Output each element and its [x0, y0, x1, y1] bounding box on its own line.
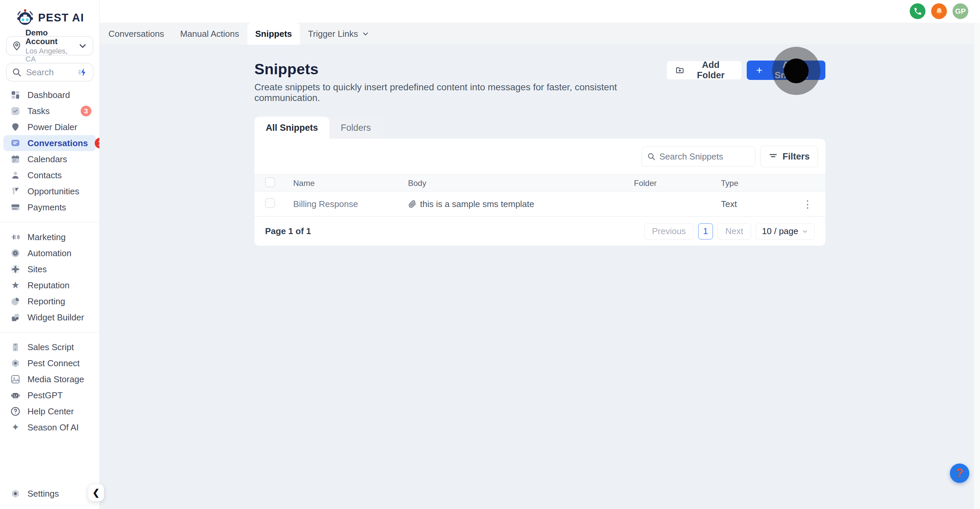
view-tabs: All Snippets Folders	[255, 117, 826, 139]
sidebar-item-marketing[interactable]: Marketing	[0, 229, 99, 245]
sidebar-item-reporting[interactable]: Reporting	[0, 293, 99, 309]
sidebar-search[interactable]: Search	[6, 63, 93, 82]
page-size-select[interactable]: 10 / page	[756, 223, 815, 240]
tab-all-snippets[interactable]: All Snippets	[255, 117, 329, 139]
tab-snippets[interactable]: Snippets	[247, 23, 300, 45]
table-header-row: Name Body Folder Type	[255, 174, 826, 192]
sales-script-icon	[10, 342, 21, 352]
snippet-body: this is a sample sms template	[420, 199, 534, 209]
tab-trigger-links[interactable]: Trigger Links	[300, 23, 377, 45]
contact-person-icon	[10, 170, 21, 181]
snippets-card: Filters Name Body Folder Type	[255, 139, 826, 246]
pie-chart-icon	[10, 296, 21, 307]
search-snippets-input[interactable]	[642, 146, 756, 166]
sidebar-item-pest-connect[interactable]: Pest Connect	[0, 355, 99, 371]
sidebar-item-widget-builder[interactable]: Widget Builder	[0, 309, 99, 325]
sidebar-collapse-button[interactable]: ❮	[88, 484, 104, 501]
sidebar-item-automation[interactable]: Automation	[0, 245, 99, 261]
sidebar-item-opportunities[interactable]: Opportunities	[0, 183, 99, 199]
phone-icon	[913, 7, 922, 16]
account-name: Demo Account	[25, 29, 74, 46]
scrollbar-track[interactable]	[973, 23, 980, 509]
paperclip-icon	[408, 200, 417, 208]
location-pin-icon	[11, 40, 22, 51]
sidebar-item-sites[interactable]: Sites	[0, 261, 99, 277]
card-toolbar: Filters	[255, 139, 826, 174]
add-folder-button[interactable]: Add Folder	[667, 60, 742, 80]
sidebar-item-pestgpt[interactable]: PestGPT	[0, 387, 99, 403]
brand-logo: PEST AI	[0, 0, 99, 33]
select-all-checkbox[interactable]	[265, 177, 275, 187]
account-location: Los Angeles, CA	[25, 47, 74, 63]
tab-folders[interactable]: Folders	[329, 117, 382, 139]
bell-icon	[935, 7, 943, 16]
sidebar-nav: Dashboard Tasks 3 Power Dialer Conversat…	[0, 87, 99, 485]
main-area: GP Conversations Manual Actions Snippets…	[100, 0, 980, 509]
chevron-down-icon	[77, 40, 88, 51]
column-folder: Folder	[634, 174, 721, 192]
tab-manual-actions[interactable]: Manual Actions	[172, 23, 247, 45]
quick-actions-bolt-icon	[77, 67, 88, 78]
sidebar-item-sales-script[interactable]: Sales Script	[0, 339, 99, 355]
sidebar-item-media-storage[interactable]: Media Storage	[0, 371, 99, 387]
app-window: PEST AI Demo Account Los Angeles, CA Sea…	[0, 0, 980, 509]
sidebar-item-contacts[interactable]: Contacts	[0, 167, 99, 183]
payments-card-icon	[10, 202, 21, 213]
star-icon: ★	[10, 280, 21, 291]
folder-plus-icon	[675, 65, 684, 75]
page-header: Snippets Create snippets to quickly inse…	[255, 60, 826, 103]
widget-builder-icon	[10, 312, 21, 323]
power-dialer-icon	[10, 122, 21, 132]
settings-icon	[10, 488, 21, 499]
sidebar-item-calendars[interactable]: Calendars	[0, 151, 99, 167]
sidebar-item-help-center[interactable]: Help Center	[0, 403, 99, 419]
sidebar-item-payments[interactable]: Payments	[0, 199, 99, 216]
notifications-button[interactable]	[931, 3, 947, 19]
sidebar-item-conversations[interactable]: Conversations 1	[3, 135, 96, 151]
snippet-name[interactable]: Billing Response	[293, 192, 408, 216]
question-circle-icon	[10, 406, 21, 417]
filters-button[interactable]: Filters	[760, 146, 818, 167]
next-page-button[interactable]: Next	[718, 223, 751, 240]
sidebar-item-tasks[interactable]: Tasks 3	[0, 103, 99, 119]
sidebar-item-power-dialer[interactable]: Power Dialer	[0, 119, 99, 135]
plus-icon: +	[756, 65, 762, 76]
dashboard-icon	[10, 90, 21, 100]
sidebar-search-placeholder: Search	[26, 67, 73, 78]
help-button[interactable]: ?	[950, 463, 969, 483]
page-content: Snippets Create snippets to quickly inse…	[100, 45, 980, 509]
page-number-button[interactable]: 1	[698, 224, 713, 239]
robot-logo-icon	[15, 7, 35, 28]
table-row: Billing Response this is a sample sms te…	[255, 192, 826, 216]
row-kebab-menu[interactable]: ⋮	[790, 192, 826, 216]
user-avatar[interactable]: GP	[953, 3, 968, 19]
phone-button[interactable]	[910, 3, 926, 19]
topbar-tabrow: Conversations Manual Actions Snippets Tr…	[100, 23, 980, 45]
topbar: GP Conversations Manual Actions Snippets…	[100, 0, 980, 45]
page-subtitle: Create snippets to quickly insert predef…	[255, 82, 667, 103]
sidebar-item-dashboard[interactable]: Dashboard	[0, 87, 99, 103]
sidebar-item-reputation[interactable]: ★ Reputation	[0, 277, 99, 293]
row-checkbox[interactable]	[265, 198, 275, 208]
page-status: Page 1 of 1	[265, 226, 311, 236]
topbar-icons: GP	[910, 3, 968, 19]
calendar-icon	[10, 154, 21, 165]
conversations-badge: 1	[95, 138, 99, 149]
tasks-check-icon	[10, 106, 21, 116]
tab-conversations[interactable]: Conversations	[100, 23, 172, 45]
sidebar-item-season-of-ai[interactable]: ✦ Season Of AI	[0, 419, 99, 435]
sidebar-item-settings[interactable]: Settings	[0, 485, 99, 502]
add-snippet-button[interactable]: + Add Snippet	[747, 60, 826, 80]
sparkle-icon: ✦	[10, 422, 21, 433]
previous-page-button[interactable]: Previous	[644, 223, 694, 240]
media-image-icon	[10, 374, 21, 385]
snippet-type: Text	[721, 192, 790, 216]
sidebar: PEST AI Demo Account Los Angeles, CA Sea…	[0, 0, 100, 509]
automation-play-icon	[10, 248, 21, 258]
chevron-down-icon	[361, 30, 369, 38]
opportunities-funnel-icon	[10, 186, 21, 197]
account-switcher[interactable]: Demo Account Los Angeles, CA	[6, 36, 93, 55]
search-icon	[11, 67, 22, 78]
column-name: Name	[293, 174, 408, 192]
help-question-glyph: ?	[956, 466, 963, 480]
